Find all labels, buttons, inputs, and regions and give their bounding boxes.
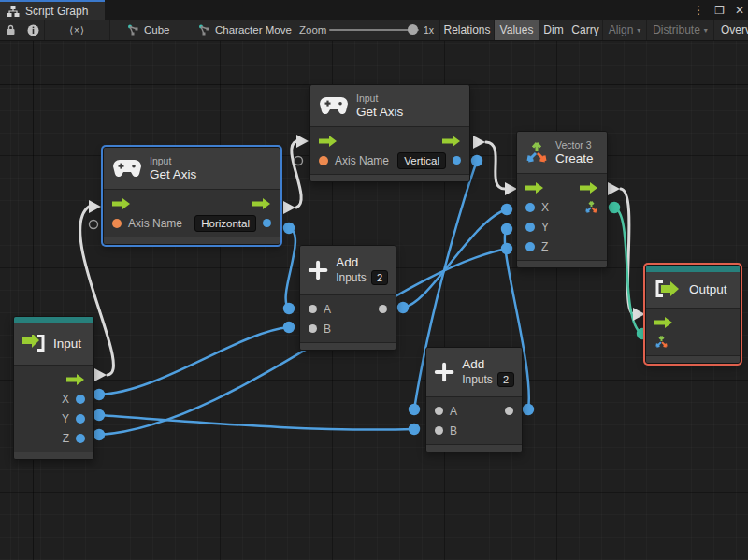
z-out-port[interactable]: [76, 434, 85, 443]
edit-code-button[interactable]: ⟨×⟩: [45, 20, 110, 40]
node-title: Add: [336, 255, 388, 270]
flow-in-port[interactable]: [654, 317, 673, 328]
unity-script-graph-window: Script Graph ⋮ ❒ ✕ ⟨×⟩: [0, 0, 748, 560]
toolbar-button-values[interactable]: Values: [494, 20, 539, 40]
node-kind-label: Input: [356, 93, 403, 105]
flow-out-port[interactable]: [252, 198, 271, 209]
add-icon: [308, 257, 328, 283]
inputs-count-field[interactable]: 2: [371, 270, 388, 285]
port-label: Axis Name: [335, 154, 389, 167]
sum-out-port[interactable]: [505, 407, 513, 415]
b-in-port[interactable]: [309, 324, 317, 333]
node-kind-label: Vector 3: [555, 139, 594, 151]
zoom-value: 1x: [424, 20, 434, 40]
window-maximize-icon[interactable]: ❒: [714, 5, 725, 16]
lock-button[interactable]: [0, 20, 22, 40]
node-output[interactable]: Output: [645, 265, 741, 364]
inputs-label: Inputs: [462, 373, 493, 386]
node-title: Create: [555, 151, 594, 166]
group-color-bar: [646, 266, 740, 272]
breadcrumb-label: Cube: [144, 24, 170, 36]
add-icon: [434, 359, 454, 385]
x-in-port[interactable]: [525, 203, 535, 212]
node-add-2[interactable]: Add Inputs 2 A B: [425, 347, 523, 452]
node-title: Get Axis: [356, 105, 403, 120]
flow-out-port[interactable]: [442, 136, 461, 147]
vector3-out-port[interactable]: [584, 200, 598, 214]
tab-script-graph[interactable]: Script Graph: [0, 0, 105, 20]
axis-name-field[interactable]: Horizontal: [194, 215, 256, 232]
node-title: Add: [462, 357, 514, 372]
vector3-icon: [525, 140, 549, 165]
b-in-port[interactable]: [435, 426, 443, 435]
script-graph-icon: [127, 24, 139, 36]
tab-title: Script Graph: [25, 5, 88, 18]
inputs-label: Inputs: [336, 271, 367, 284]
a-in-port[interactable]: [435, 407, 443, 415]
node-get-axis-horizontal[interactable]: Input Get Axis Axis Name Horizontal: [103, 147, 280, 245]
gamepad-icon: [113, 160, 141, 178]
port-label: Axis Name: [128, 217, 182, 230]
a-in-port[interactable]: [309, 305, 317, 313]
value-out-port[interactable]: [263, 219, 271, 227]
vector3-in-port[interactable]: [654, 335, 669, 349]
axis-name-field[interactable]: Vertical: [397, 152, 446, 169]
breadcrumb-cube[interactable]: Cube: [127, 20, 170, 40]
value-out-port[interactable]: [453, 156, 461, 165]
group-color-bar: [14, 317, 94, 323]
flow-in-port[interactable]: [525, 182, 544, 194]
info-button[interactable]: [22, 20, 45, 40]
node-title: Get Axis: [150, 167, 196, 182]
node-title: Input: [53, 337, 81, 352]
toolbar-button-overview[interactable]: Overview: [713, 20, 748, 40]
zoom-slider-handle[interactable]: [408, 24, 418, 35]
node-add-1[interactable]: Add Inputs 2 A B: [299, 245, 396, 351]
zoom-label: Zoom: [299, 20, 326, 40]
flow-in-port[interactable]: [112, 198, 131, 209]
chevron-down-icon: ▾: [704, 26, 708, 35]
flow-in-port[interactable]: [319, 136, 338, 147]
node-input[interactable]: Input X Y Z: [13, 316, 94, 460]
flow-out-port[interactable]: [66, 374, 85, 385]
axis-name-port[interactable]: [319, 156, 328, 165]
flow-out-port[interactable]: [580, 182, 598, 194]
gamepad-icon: [320, 97, 348, 115]
lock-icon: [6, 24, 16, 36]
window-menu-icon[interactable]: ⋮: [693, 5, 704, 16]
graph-toolbar: ⟨×⟩ Cube Character Move Zoom 1x: [0, 20, 748, 41]
info-icon: [27, 24, 39, 36]
z-in-port[interactable]: [525, 242, 535, 251]
breadcrumb-character-move[interactable]: Character Move: [198, 20, 292, 40]
toolbar-button-dim[interactable]: Dim: [539, 20, 568, 40]
script-graph-icon: [198, 24, 210, 36]
chevron-down-icon: ▾: [637, 26, 640, 35]
toolbar-button-distribute[interactable]: Distribute ▾: [646, 20, 713, 40]
y-out-port[interactable]: [76, 414, 85, 424]
toolbar-button-carry[interactable]: Carry: [568, 20, 602, 40]
inputs-count-field[interactable]: 2: [497, 372, 514, 387]
node-kind-label: Input: [150, 155, 196, 167]
graph-hierarchy-icon: [7, 5, 20, 18]
sum-out-port[interactable]: [379, 305, 387, 313]
node-title: Output: [689, 282, 727, 297]
output-icon: [654, 280, 681, 299]
toolbar-button-relations[interactable]: Relations: [439, 20, 494, 40]
zoom-slider-track[interactable]: [329, 29, 419, 31]
title-bar: Script Graph ⋮ ❒ ✕: [0, 0, 748, 20]
breadcrumb-label: Character Move: [215, 24, 292, 36]
axis-name-port[interactable]: [112, 219, 122, 228]
node-vector3-create[interactable]: Vector 3 Create X Y: [516, 131, 608, 268]
input-icon: [22, 335, 47, 353]
window-close-icon[interactable]: ✕: [735, 5, 744, 16]
x-out-port[interactable]: [76, 395, 85, 404]
y-in-port[interactable]: [525, 223, 535, 232]
toolbar-button-align[interactable]: Align ▾: [602, 20, 646, 40]
node-get-axis-vertical[interactable]: Input Get Axis Axis Name Vertical: [309, 84, 470, 182]
edit-code-label: ⟨×⟩: [69, 25, 85, 36]
